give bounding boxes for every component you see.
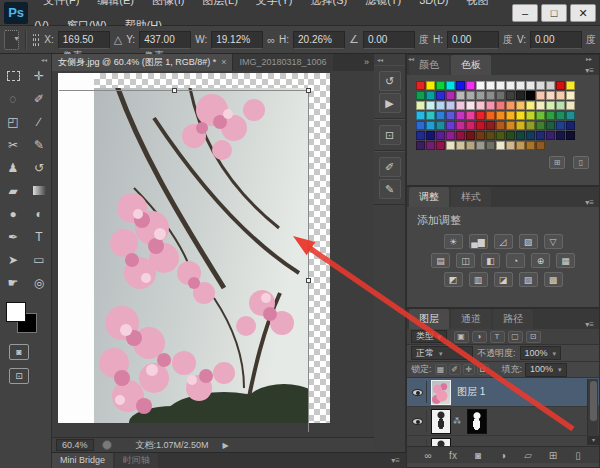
visibility-toggle[interactable] (409, 410, 427, 432)
tab-overflow-icon[interactable]: » (359, 54, 374, 71)
swatch-r1-c9[interactable] (506, 91, 515, 100)
swatch-r2-c6[interactable] (476, 101, 485, 110)
swatch-r2-c2[interactable] (436, 101, 445, 110)
lock-position-icon[interactable]: ✛ (463, 364, 475, 375)
gradient-tool[interactable] (26, 179, 52, 202)
menu-item-4[interactable]: 文字(Y) (247, 0, 302, 6)
swatch-r3-c8[interactable] (496, 111, 505, 120)
lock-all-icon[interactable]: ◘ (477, 364, 489, 375)
swatch-r6-c8[interactable] (496, 141, 505, 150)
maximize-button[interactable]: □ (541, 4, 567, 22)
swatch-r0-c7[interactable] (486, 81, 495, 90)
swatch-r3-c11[interactable] (526, 111, 535, 120)
swatch-r5-c10[interactable] (516, 131, 525, 140)
photo-cherry-blossoms[interactable] (94, 88, 308, 423)
color-lookup-icon[interactable]: ▦ (556, 253, 575, 268)
swatch-r3-c7[interactable] (486, 111, 495, 120)
close-button[interactable]: ✕ (570, 4, 596, 22)
swatch-r3-c5[interactable] (466, 111, 475, 120)
transform-handle-right-middle[interactable] (306, 278, 311, 283)
swatch-r0-c11[interactable] (526, 81, 535, 90)
swatch-r5-c7[interactable] (486, 131, 495, 140)
new-group-icon[interactable]: ▱ (520, 450, 536, 461)
swatch-r2-c9[interactable] (506, 101, 515, 110)
selective-color-icon[interactable]: ▩ (544, 272, 563, 287)
layer-mask-thumbnail[interactable] (467, 409, 487, 434)
swatch-r5-c2[interactable] (436, 131, 445, 140)
swatch-r3-c9[interactable] (506, 111, 515, 120)
blend-mode-dropdown[interactable]: 正常▾ (411, 346, 473, 360)
swatch-r5-c15[interactable] (566, 131, 575, 140)
swatch-r3-c12[interactable] (536, 111, 545, 120)
dodge-tool[interactable]: ◐ (26, 202, 52, 225)
swatch-r6-c4[interactable] (456, 141, 465, 150)
layer-name[interactable]: 图层 1 (457, 385, 485, 399)
swatch-r3-c15[interactable] (566, 111, 575, 120)
vibrance-icon[interactable]: ▽ (544, 234, 563, 249)
clone-stamp-tool[interactable]: ♟ (0, 156, 26, 179)
relative-position-toggle[interactable]: △ (114, 33, 122, 46)
layers-scrollbar[interactable]: ▾ (587, 379, 598, 445)
filter-type-layers-icon[interactable]: T (490, 331, 505, 343)
new-swatch-button[interactable]: ⊞ (549, 156, 565, 169)
scrollbar-down-arrow[interactable]: ▾ (588, 436, 599, 445)
swatch-r6-c12[interactable] (536, 141, 545, 150)
new-adjustment-layer-icon[interactable]: ◑ (495, 450, 511, 461)
dock-collapse-arrows[interactable]: ◂◂ (374, 54, 405, 65)
zoom-level-field[interactable]: 60.4% (56, 439, 94, 451)
swatch-r0-c0[interactable] (416, 81, 425, 90)
swatch-r4-c13[interactable] (546, 121, 555, 130)
swatch-r0-c9[interactable] (506, 81, 515, 90)
exposure-icon[interactable]: ▧ (519, 234, 538, 249)
swatch-r6-c5[interactable] (466, 141, 475, 150)
layer-thumbnail[interactable] (431, 409, 451, 434)
tab-channels[interactable]: 通道 (451, 309, 491, 329)
zoom-tool[interactable]: ◎ (26, 271, 52, 294)
move-tool[interactable]: ✛ (26, 64, 52, 87)
swatch-r0-c13[interactable] (546, 81, 555, 90)
swatch-r1-c4[interactable] (456, 91, 465, 100)
menu-item-3[interactable]: 图层(L) (193, 0, 246, 6)
swatch-r3-c14[interactable] (556, 111, 565, 120)
swatch-r4-c9[interactable] (506, 121, 515, 130)
filter-smart-objects-icon[interactable]: ⊡ (526, 331, 541, 343)
tab-mini-bridge[interactable]: Mini Bridge (52, 453, 113, 468)
swatch-r3-c4[interactable] (456, 111, 465, 120)
panel-menu-icon[interactable]: ▾≡ (585, 194, 599, 207)
swatch-r1-c6[interactable] (476, 91, 485, 100)
swatch-r0-c5[interactable] (466, 81, 475, 90)
swatch-r0-c1[interactable] (426, 81, 435, 90)
swatch-r6-c11[interactable] (526, 141, 535, 150)
swatch-r2-c3[interactable] (446, 101, 455, 110)
swatch-r0-c3[interactable] (446, 81, 455, 90)
swatch-r0-c6[interactable] (476, 81, 485, 90)
actions-panel-button[interactable]: ▶ (379, 93, 401, 113)
swatch-r5-c12[interactable] (536, 131, 545, 140)
levels-icon[interactable]: ▄▆ (469, 234, 488, 249)
opacity-dropdown[interactable]: 100%▾ (520, 346, 562, 360)
swatch-r5-c14[interactable] (556, 131, 565, 140)
swatch-r2-c5[interactable] (466, 101, 475, 110)
swatch-r0-c15[interactable] (566, 81, 575, 90)
swatch-r5-c11[interactable] (526, 131, 535, 140)
document-tab-active[interactable]: 女侧身.jpg @ 60.4% (图层 1, RGB/8#) *× (52, 54, 232, 71)
swatch-r1-c5[interactable] (466, 91, 475, 100)
hue-saturation-icon[interactable]: ▤ (431, 253, 450, 268)
swatch-r3-c13[interactable] (546, 111, 555, 120)
layer-row-1[interactable]: ⁂ (407, 407, 599, 436)
swatch-r5-c3[interactable] (446, 131, 455, 140)
swatch-r2-c14[interactable] (556, 101, 565, 110)
swatch-r0-c10[interactable] (516, 81, 525, 90)
black-white-icon[interactable]: ◧ (481, 253, 500, 268)
path-selection-tool[interactable]: ➤ (0, 248, 26, 271)
lock-transparency-icon[interactable]: ▦ (435, 364, 447, 375)
shape-tool[interactable]: ▭ (26, 248, 52, 271)
swatch-r4-c1[interactable] (426, 121, 435, 130)
swatch-r4-c8[interactable] (496, 121, 505, 130)
h-skew-input[interactable]: 0.00 (447, 31, 499, 49)
swatch-r3-c6[interactable] (476, 111, 485, 120)
swatch-r6-c3[interactable] (446, 141, 455, 150)
y-input[interactable]: 437.00 像素 (139, 31, 191, 49)
swatch-r3-c2[interactable] (436, 111, 445, 120)
link-layers-icon[interactable]: ∞ (420, 450, 436, 461)
